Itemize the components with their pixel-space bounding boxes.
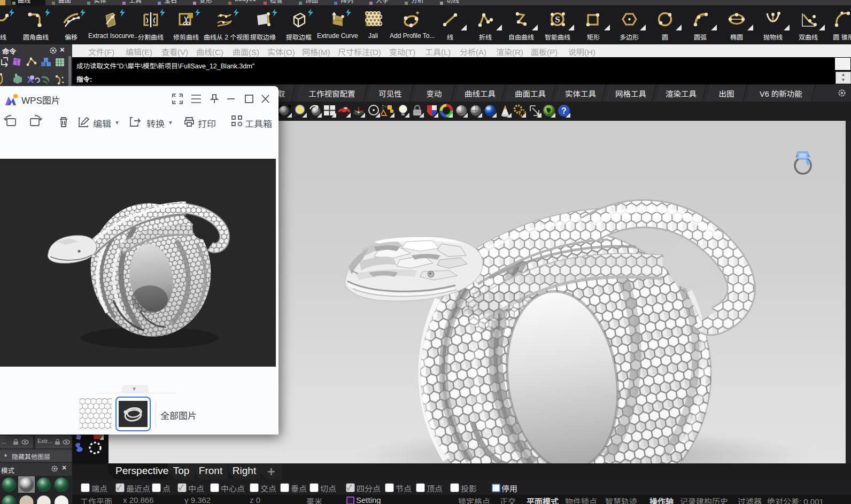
- svg-text:S: S: [555, 14, 560, 25]
